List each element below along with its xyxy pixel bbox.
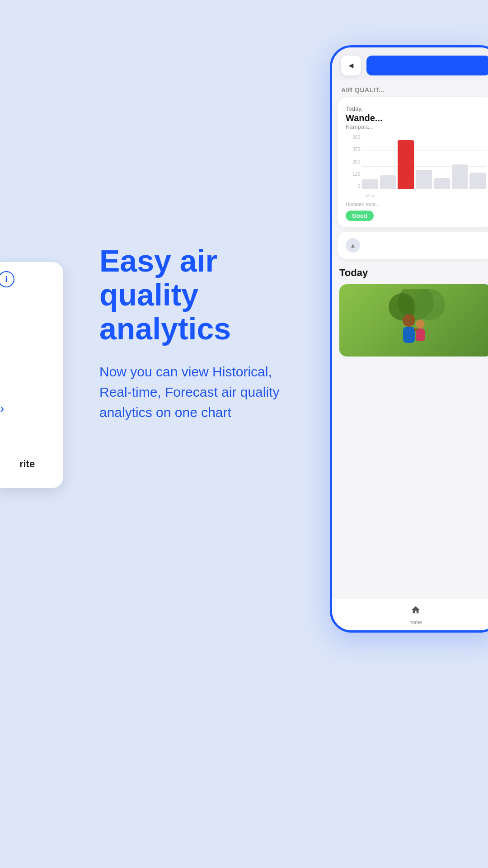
home-icon (411, 605, 421, 618)
chart-x-label: Mon (362, 193, 378, 198)
chart-bar-highlight (398, 140, 414, 189)
chart-bar (452, 164, 468, 189)
air-quality-card: Today, Wande... Kampala... 500 375 250 1… (338, 97, 488, 227)
chart-y-label: 0 (346, 184, 360, 189)
chart-bar (434, 178, 450, 189)
headline-section: Easy air quality analytics Now you can v… (99, 244, 294, 422)
chart-x-label (416, 193, 432, 198)
headline-subtitle: Now you can view Historical, Real-time, … (99, 361, 294, 422)
air-quality-section-label: AIR QUALIT... (332, 80, 488, 97)
bottom-nav: home (332, 599, 488, 630)
chart-y-labels: 500 375 250 125 0 (346, 135, 360, 189)
today-title: Today (339, 267, 488, 279)
chart-bar (362, 179, 378, 189)
secondary-card[interactable]: ▲ (338, 232, 488, 259)
left-card-label: rite (0, 458, 63, 470)
card-icon: ▲ (346, 238, 360, 253)
chart-bars-area (362, 135, 486, 189)
search-bar[interactable] (366, 56, 488, 75)
today-image-card (339, 284, 488, 357)
svg-point-5 (416, 319, 425, 328)
today-label: Today, (346, 105, 486, 112)
air-quality-chart: 500 375 250 125 0 (346, 135, 486, 198)
chart-x-label (434, 193, 450, 198)
chart-x-label (398, 193, 414, 198)
location-name: Wande... (346, 113, 486, 123)
svg-rect-4 (403, 327, 415, 343)
phone-mockup: ◄ AIR QUALIT... Today, Wande... Kampala.… (330, 45, 488, 633)
aq-card-header: Today, Wande... Kampala... (346, 105, 486, 130)
svg-rect-7 (414, 328, 418, 331)
svg-point-3 (403, 314, 415, 327)
chart-bar (380, 175, 396, 189)
chevron-right-icon: › (0, 401, 4, 416)
city-name: Kampala... (346, 123, 486, 130)
chart-bars (362, 135, 486, 189)
phone-topbar: ◄ (332, 47, 488, 80)
phone-screen: ◄ AIR QUALIT... Today, Wande... Kampala.… (332, 47, 488, 630)
nav-label-home: home (409, 619, 422, 625)
chart-x-labels: Mon (362, 193, 486, 198)
chart-y-label: 125 (346, 172, 360, 177)
people-illustration (339, 284, 488, 357)
headline-title: Easy air quality analytics (99, 244, 294, 345)
chart-bar (416, 170, 432, 189)
chart-x-label (452, 193, 468, 198)
svg-point-2 (413, 289, 445, 320)
chart-y-label: 250 (346, 160, 360, 164)
status-badge: Good (346, 211, 374, 221)
chart-y-label: 500 (346, 135, 360, 140)
chart-y-label: 375 (346, 147, 360, 152)
info-icon: i (0, 271, 14, 287)
back-button[interactable]: ◄ (341, 56, 361, 75)
today-section: Today (332, 259, 488, 361)
chart-bar (469, 173, 486, 189)
chart-x-label (380, 193, 396, 198)
chart-x-label (469, 193, 486, 198)
left-card: i › rite (0, 262, 63, 488)
nav-item-home[interactable]: home (409, 605, 422, 625)
updated-text: Updated toda... (346, 202, 486, 207)
